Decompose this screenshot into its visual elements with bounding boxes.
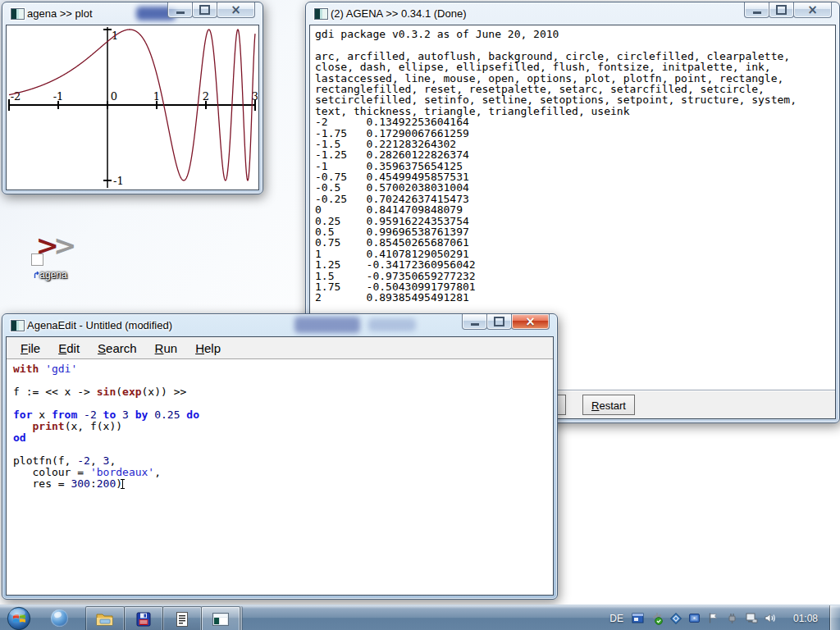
pinned-app-icon[interactable]: [51, 609, 68, 627]
function-plot: -2-101231-1: [7, 25, 258, 191]
window-icon[interactable]: [11, 8, 25, 20]
floppy-disk-icon: [135, 611, 152, 628]
editor-window-title: AgenaEdit - Untitled (modified): [27, 319, 172, 331]
svg-text:-1: -1: [53, 90, 64, 103]
menu-search[interactable]: Search: [90, 340, 144, 357]
minimize-button[interactable]: [462, 314, 487, 330]
close-button[interactable]: [511, 314, 550, 330]
editor-window: AgenaEdit - Untitled (modified) FileEdit…: [2, 313, 558, 600]
clock[interactable]: 01:08: [788, 613, 824, 624]
restart-button[interactable]: Restart: [582, 395, 635, 415]
console-titlebar[interactable]: (2) AGENA >> 0.34.1 (Done): [306, 2, 839, 25]
taskbar-button-document[interactable]: [162, 606, 202, 630]
document-icon: [175, 611, 189, 628]
agena-chevrons-icon: >>: [23, 230, 84, 264]
power-plug-icon[interactable]: [725, 611, 739, 625]
taskbar: DE 01:08: [0, 605, 840, 630]
console-window-icon: [212, 612, 230, 627]
plot-titlebar[interactable]: agena >> plot: [2, 2, 262, 25]
menu-run[interactable]: Run: [148, 340, 185, 357]
menu-help[interactable]: Help: [188, 340, 228, 357]
glass-blur-artifact: [368, 318, 416, 331]
usb-device-icon[interactable]: [650, 611, 664, 625]
menu-bar: FileEditSearchRunHelp: [7, 337, 553, 359]
taskbar-button-agena-console[interactable]: [201, 606, 240, 630]
console-window-title: (2) AGENA >> 0.34.1 (Done): [331, 7, 466, 20]
plot-window-title: agena >> plot: [27, 7, 93, 20]
minimize-button[interactable]: [744, 2, 769, 18]
maximize-button[interactable]: [192, 2, 217, 18]
start-button[interactable]: [7, 606, 31, 630]
security-window-icon[interactable]: [631, 611, 645, 625]
keyboard-layout-indicator[interactable]: DE: [609, 613, 623, 624]
plot-canvas: -2-101231-1: [6, 25, 259, 190]
close-button[interactable]: [793, 2, 832, 18]
taskbar-button-agenaedit-save[interactable]: [124, 606, 163, 630]
editor-titlebar[interactable]: AgenaEdit - Untitled (modified): [2, 314, 557, 336]
desktop: >> agena agena >> plot -2-101231-1 (2) A…: [0, 0, 840, 630]
folder-icon: [95, 611, 115, 628]
menu-file[interactable]: File: [13, 340, 48, 357]
display-card-icon[interactable]: [687, 611, 701, 625]
code-area[interactable]: with 'gdi' f := << x -> sin(exp(x)) >> f…: [7, 359, 553, 595]
svg-text:2: 2: [203, 90, 209, 103]
plot-window: agena >> plot -2-101231-1: [2, 2, 263, 194]
maximize-button[interactable]: [486, 314, 512, 330]
volume-icon[interactable]: [763, 611, 777, 625]
close-button[interactable]: [217, 2, 255, 18]
taskbar-button-explorer[interactable]: [85, 606, 125, 630]
shortcut-arrow-icon: [31, 253, 43, 266]
menu-edit[interactable]: Edit: [51, 340, 87, 357]
window-icon[interactable]: [11, 320, 25, 331]
svg-text:1: 1: [153, 90, 160, 103]
network-monitor-icon[interactable]: [744, 611, 758, 625]
text-caret: [122, 479, 123, 489]
window-icon[interactable]: [314, 8, 328, 20]
svg-text:0: 0: [111, 90, 117, 103]
action-center-flag-icon[interactable]: [706, 611, 720, 625]
maximize-button[interactable]: [769, 2, 794, 18]
minimize-button[interactable]: [167, 2, 193, 18]
network-diamond-icon[interactable]: [669, 611, 682, 625]
svg-text:-1: -1: [113, 175, 124, 187]
desktop-icon-agena[interactable]: >> agena: [23, 230, 84, 281]
glass-blur-artifact: [294, 317, 360, 333]
show-desktop-button[interactable]: [830, 605, 840, 630]
